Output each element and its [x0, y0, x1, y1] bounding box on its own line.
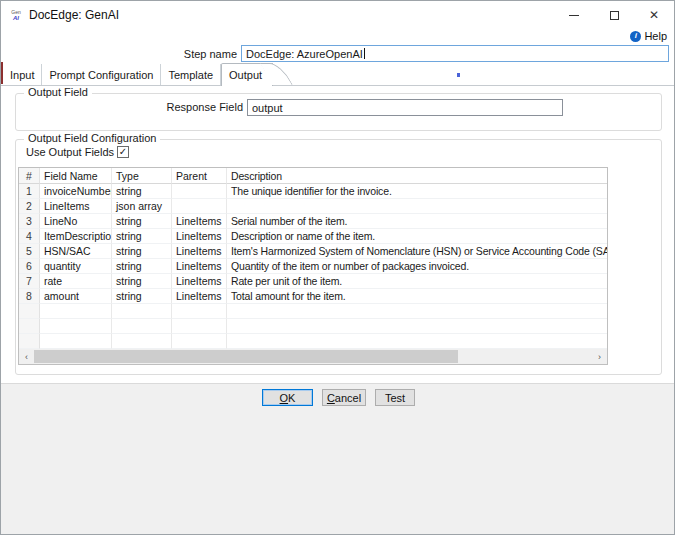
ok-button[interactable]: OK [262, 389, 313, 406]
row-number [19, 319, 40, 334]
cell-description: Quantity of the item or number of packag… [227, 259, 607, 274]
help-link[interactable]: i Help [630, 30, 667, 42]
cell-parent: LineItems [172, 274, 227, 289]
cell-type: string [112, 289, 172, 304]
column-header-number[interactable]: # [19, 168, 40, 184]
help-label: Help [644, 30, 667, 42]
window-controls: ✕ [554, 1, 674, 29]
column-header-description[interactable]: Description [227, 168, 607, 184]
cell-parent: LineItems [172, 244, 227, 259]
table-row[interactable]: 4 ItemDescription string LineItems Descr… [19, 229, 607, 244]
left-edge-artifact [1, 62, 3, 84]
scroll-right-arrow-icon[interactable]: › [592, 349, 607, 364]
table-header-row: # Field Name Type Parent Description [19, 168, 607, 184]
table-row[interactable]: 5 HSN/SAC string LineItems Item's Harmon… [19, 244, 607, 259]
row-number: 3 [19, 214, 40, 229]
window-title: DocEdge: GenAI [29, 8, 119, 22]
cell-parent [172, 199, 227, 214]
cell-parent: LineItems [172, 214, 227, 229]
empty-table-row [19, 319, 607, 334]
close-button[interactable]: ✕ [634, 1, 674, 29]
stray-dot-artifact [457, 73, 460, 77]
cell-field-name: invoiceNumber [40, 184, 112, 199]
table-row[interactable]: 2 LineItems json array [19, 199, 607, 214]
row-number: 4 [19, 229, 40, 244]
cell-type [112, 334, 172, 349]
tab-prompt-configuration[interactable]: Prompt Configuration [42, 64, 161, 85]
cell-description: The unique identifier for the invoice. [227, 184, 607, 199]
row-number: 7 [19, 274, 40, 289]
button-row: OK Cancel Test [1, 389, 675, 406]
table-row[interactable]: 6 quantity string LineItems Quantity of … [19, 259, 607, 274]
scrollbar-thumb[interactable] [34, 350, 458, 363]
step-name-value: DocEdge: AzureOpenAI [246, 48, 363, 60]
cell-description: Description or name of the item. [227, 229, 607, 244]
empty-table-row [19, 334, 607, 349]
cell-description [227, 319, 607, 334]
table-row[interactable]: 3 LineNo string LineItems Serial number … [19, 214, 607, 229]
cell-field-name [40, 319, 112, 334]
cell-type: string [112, 229, 172, 244]
dialog-footer: OK Cancel Test [1, 383, 675, 535]
cell-field-name [40, 334, 112, 349]
cell-field-name: ItemDescription [40, 229, 112, 244]
output-field-configuration-group: Output Field Configuration Use Output Fi… [15, 139, 662, 375]
output-field-group-title: Output Field [24, 86, 92, 98]
column-header-parent[interactable]: Parent [172, 168, 227, 184]
table-row[interactable]: 1 invoiceNumber string The unique identi… [19, 184, 607, 199]
minimize-icon [569, 15, 579, 16]
test-label: Test [385, 392, 405, 404]
cell-type [112, 304, 172, 319]
tab-output[interactable]: Output [221, 63, 273, 86]
row-number: 6 [19, 259, 40, 274]
cell-description: Rate per unit of the item. [227, 274, 607, 289]
cell-type: string [112, 184, 172, 199]
maximize-button[interactable] [594, 1, 634, 29]
tab-template[interactable]: Template [161, 64, 221, 85]
cell-parent: LineItems [172, 229, 227, 244]
cell-description [227, 304, 607, 319]
cell-description: Item's Harmonized System of Nomenclature… [227, 244, 607, 259]
config-group-title: Output Field Configuration [24, 132, 160, 144]
cell-field-name: amount [40, 289, 112, 304]
info-icon: i [630, 31, 641, 42]
test-button[interactable]: Test [375, 389, 415, 406]
use-output-fields-row: Use Output Fields ✓ [26, 146, 129, 158]
cell-type: string [112, 259, 172, 274]
cell-field-name: rate [40, 274, 112, 289]
step-name-input[interactable]: DocEdge: AzureOpenAI [241, 45, 669, 62]
cell-description [227, 334, 607, 349]
cell-type: json array [112, 199, 172, 214]
scroll-left-arrow-icon[interactable]: ‹ [19, 349, 34, 364]
use-output-fields-checkbox[interactable]: ✓ [117, 146, 129, 158]
cell-description [227, 199, 607, 214]
row-number: 2 [19, 199, 40, 214]
table-row[interactable]: 7 rate string LineItems Rate per unit of… [19, 274, 607, 289]
cell-parent [172, 304, 227, 319]
cell-field-name [40, 304, 112, 319]
output-tab-panel: Output Field Response Field output Outpu… [1, 86, 675, 383]
tab-content-divider [1, 85, 675, 86]
cell-type [112, 319, 172, 334]
cell-type: string [112, 214, 172, 229]
row-number: 1 [19, 184, 40, 199]
cell-field-name: quantity [40, 259, 112, 274]
close-icon: ✕ [649, 8, 659, 22]
cell-parent [172, 184, 227, 199]
tab-strip: Input Prompt Configuration Template Outp… [1, 63, 675, 85]
column-header-type[interactable]: Type [112, 168, 172, 184]
horizontal-scrollbar: ‹ › [19, 349, 607, 364]
cell-parent [172, 334, 227, 349]
table-row[interactable]: 8 amount string LineItems Total amount f… [19, 289, 607, 304]
row-number: 5 [19, 244, 40, 259]
minimize-button[interactable] [554, 1, 594, 29]
response-field-input[interactable]: output [247, 99, 563, 116]
tab-input[interactable]: Input [3, 64, 42, 85]
row-number [19, 304, 40, 319]
cell-type: string [112, 244, 172, 259]
output-fields-table: # Field Name Type Parent Description 1 i… [18, 167, 608, 365]
cancel-button[interactable]: Cancel [322, 389, 366, 406]
scrollbar-track[interactable] [34, 349, 592, 364]
cell-description: Total amount for the item. [227, 289, 607, 304]
column-header-field-name[interactable]: Field Name [40, 168, 112, 184]
